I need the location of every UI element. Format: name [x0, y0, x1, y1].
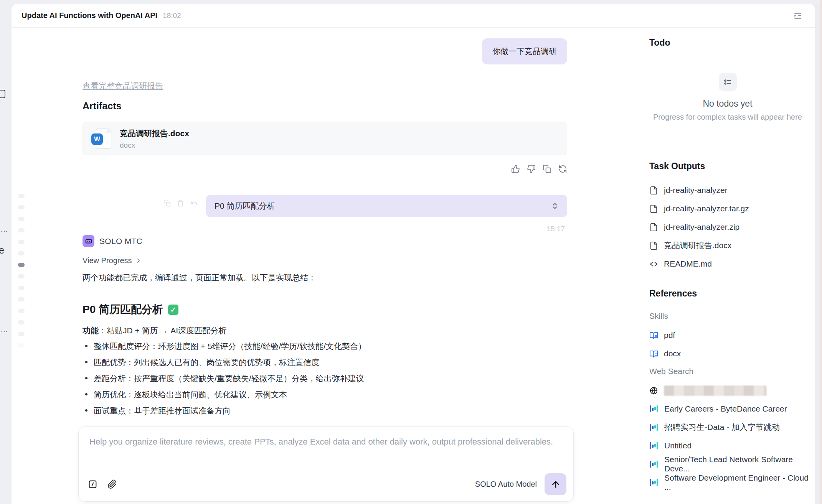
- scrollbar-track[interactable]: [815, 3, 820, 504]
- task-output-item[interactable]: jd-reality-analyzer.tar.gz: [649, 199, 814, 218]
- timeline-dot[interactable]: [18, 205, 25, 209]
- book-open-icon: [649, 349, 658, 358]
- panel-collapse-icon: [793, 11, 803, 21]
- timeline-dot[interactable]: [18, 217, 25, 221]
- message-actions: [511, 165, 567, 173]
- clipped-text-fragment: e: [0, 245, 4, 256]
- web-search-subheading: Web Search: [649, 367, 693, 376]
- web-result-item[interactable]: 招聘实习生-Data - 加入字节跳动: [649, 418, 814, 436]
- timeline-dot-active[interactable]: [18, 263, 25, 267]
- task-outputs-list: jd-reality-analyzer jd-reality-analyzer.…: [649, 181, 814, 273]
- assistant-summary: 两个功能都已完成，编译通过，页面正常加载。以下是实现总结：: [83, 272, 567, 283]
- attach-file-icon[interactable]: [107, 479, 117, 489]
- skill-item[interactable]: pdf: [649, 326, 814, 344]
- view-progress-link[interactable]: View Progress: [83, 256, 141, 265]
- globe-icon: [649, 386, 658, 395]
- web-result-item[interactable]: Untitled: [649, 436, 814, 455]
- clipped-text-fragment: …: [0, 225, 8, 234]
- redacted-text: [664, 385, 767, 396]
- divider: [649, 148, 806, 148]
- web-search-list: Early Careers - ByteDance Career 招聘实习生-D…: [649, 381, 814, 492]
- agent-name: SOLO MTC: [99, 237, 142, 246]
- model-selector[interactable]: SOLO Auto Model: [475, 480, 537, 489]
- bytedance-logo-icon: [649, 423, 659, 432]
- task-outputs-heading: Task Outputs: [649, 161, 705, 171]
- version-tools: [163, 199, 198, 207]
- todo-empty-title: No todos yet: [649, 99, 806, 109]
- list-item: 面试重点：基于差距推荐面试准备方向: [84, 406, 568, 415]
- timeline-dot[interactable]: [18, 240, 25, 244]
- delete-icon[interactable]: [177, 199, 184, 207]
- task-output-item[interactable]: jd-reality-analyzer: [649, 181, 814, 199]
- copy-icon[interactable]: [163, 199, 171, 207]
- timeline-dot[interactable]: [18, 251, 25, 255]
- send-button[interactable]: [545, 473, 566, 495]
- conversation-title: Update AI Functions with OpenAI API: [21, 11, 157, 20]
- todo-empty-state: No todos yet Progress for complex tasks …: [649, 73, 806, 122]
- web-result-item[interactable]: Software Development Engineer - Cloud ..…: [649, 473, 814, 492]
- file-icon: [649, 241, 658, 250]
- collapsed-left-sidebar: … e …: [0, 0, 12, 504]
- web-result-item[interactable]: Early Careers - ByteDance Career: [649, 400, 814, 418]
- todo-heading: Todo: [649, 38, 670, 48]
- version-selector-label: P0 简历匹配分析: [215, 201, 275, 211]
- sidebar-divider: [632, 28, 632, 504]
- bytedance-logo-icon: [649, 404, 659, 413]
- word-file-icon: W: [91, 128, 112, 150]
- timeline-dot[interactable]: [18, 309, 25, 313]
- artifact-card[interactable]: W 竞品调研报告.docx docx: [83, 122, 567, 155]
- collapse-panel-button[interactable]: [792, 10, 804, 21]
- timeline-dot[interactable]: [18, 343, 25, 348]
- slash-command-icon[interactable]: [88, 479, 97, 489]
- composer-toolbar: SOLO Auto Model: [88, 473, 566, 495]
- artifact-name: 竞品调研报告.docx: [120, 128, 189, 139]
- divider: [83, 290, 567, 290]
- book-open-icon: [649, 331, 658, 340]
- checklist-icon: [719, 73, 737, 91]
- task-output-item[interactable]: README.md: [649, 255, 814, 273]
- timeline-dot[interactable]: [18, 332, 25, 336]
- clipped-text-fragment: …: [0, 325, 8, 334]
- message-input[interactable]: [89, 437, 561, 471]
- agent-avatar: [83, 235, 94, 247]
- timeline-dot[interactable]: [18, 274, 25, 278]
- window-edge: [820, 0, 822, 504]
- version-selector[interactable]: P0 简历匹配分析: [206, 195, 567, 217]
- skills-subheading: Skills: [649, 311, 668, 321]
- skill-item[interactable]: docx: [649, 344, 814, 363]
- code-icon: [649, 260, 658, 268]
- references-heading: References: [649, 288, 697, 299]
- bytedance-logo-icon: [649, 478, 659, 487]
- full-report-link[interactable]: 查看完整竞品调研报告: [83, 81, 163, 91]
- feature-desc: ：粘贴JD + 简历 → AI深度匹配分析: [99, 326, 226, 335]
- feature-line: 功能：粘贴JD + 简历 → AI深度匹配分析: [83, 325, 226, 336]
- task-output-item[interactable]: 竞品调研报告.docx: [649, 236, 814, 255]
- feature-bullet-list: 整体匹配度评分：环形进度图 + 5维评分（技能/经验/学历/软技能/文化契合） …: [84, 341, 568, 422]
- timeline-dot[interactable]: [18, 320, 25, 324]
- timeline-dot[interactable]: [18, 297, 25, 301]
- list-item: 匹配优势：列出候选人已有的、岗位需要的优势项，标注置信度: [84, 357, 568, 367]
- agent-row: SOLO MTC: [83, 235, 142, 247]
- web-result-redacted[interactable]: [649, 381, 814, 400]
- bytedance-logo-icon: [649, 460, 659, 469]
- file-icon: [649, 223, 658, 232]
- timeline-dot[interactable]: [18, 194, 25, 198]
- undo-icon[interactable]: [190, 199, 198, 207]
- list-item: 整体匹配度评分：环形进度图 + 5维评分（技能/经验/学历/软技能/文化契合）: [84, 341, 568, 351]
- timeline-dot[interactable]: [18, 286, 25, 290]
- feature-label: 功能: [83, 326, 99, 335]
- copy-icon[interactable]: [543, 165, 551, 173]
- composer: SOLO Auto Model: [78, 427, 574, 502]
- bytedance-logo-icon: [649, 441, 659, 450]
- task-output-item[interactable]: jd-reality-analyzer.zip: [649, 218, 814, 236]
- regenerate-icon[interactable]: [558, 165, 567, 173]
- artifacts-heading: Artifacts: [83, 100, 121, 112]
- message-timestamp: 15:17: [546, 225, 565, 233]
- todo-empty-subtitle: Progress for complex tasks will appear h…: [649, 113, 806, 122]
- thumbs-down-icon[interactable]: [527, 165, 536, 173]
- web-result-item[interactable]: Senior/Tech Lead Network Software Deve..…: [649, 455, 814, 473]
- timeline-dot[interactable]: [18, 228, 25, 232]
- skills-list: pdf docx: [649, 326, 814, 363]
- divider: [649, 282, 806, 282]
- thumbs-up-icon[interactable]: [511, 165, 520, 173]
